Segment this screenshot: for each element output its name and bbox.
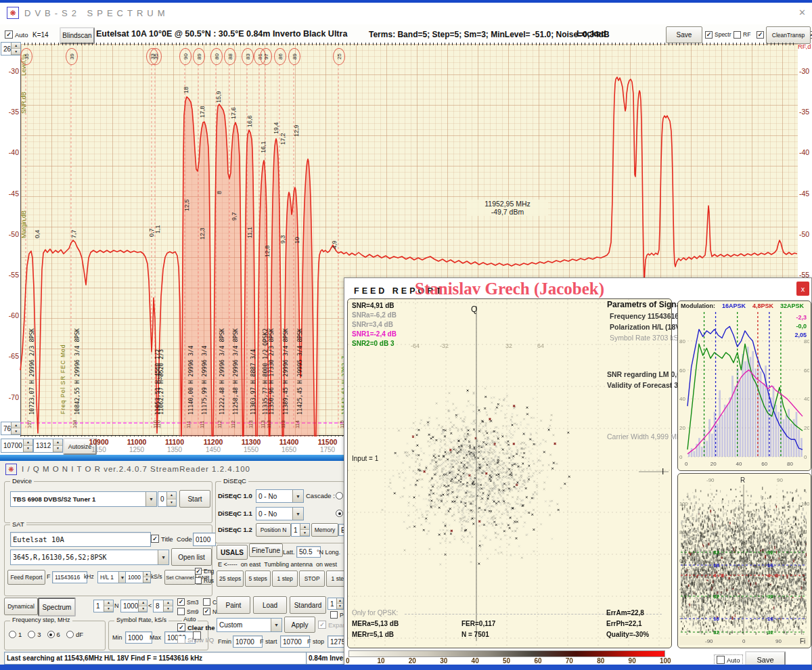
toolbar-check-rf[interactable]: RF: [734, 26, 757, 43]
save-button[interactable]: Save: [666, 26, 702, 43]
auto-sr-label: Auto: [182, 616, 198, 623]
usals-button[interactable]: USALS: [217, 545, 248, 560]
apply-button[interactable]: Apply: [284, 617, 315, 633]
rus-checkbox[interactable]: Rus: [195, 577, 214, 584]
feed-auto-checkbox[interactable]: Auto: [714, 654, 743, 665]
modulation-legend-label: Modulation:: [681, 303, 715, 309]
feed-close-button[interactable]: x: [796, 282, 809, 296]
freqstep-radio-6[interactable]: 6: [47, 631, 60, 638]
channel-combo[interactable]: 3645,R,16130,56,S2;8PSK▼: [10, 550, 169, 565]
checkbox-box: [734, 31, 741, 39]
radio-circle: [66, 631, 74, 638]
svg-text:40: 40: [679, 396, 685, 402]
stat-line: ErrAm=22,8: [606, 608, 649, 619]
step-button-25steps[interactable]: 25 steps: [217, 571, 244, 587]
iq-title: I / Q M O N I T O R ver.2.4.0.7 StreamRe…: [22, 465, 250, 473]
radio-circle: [28, 631, 35, 638]
svg-text:80: 80: [787, 461, 793, 467]
close-icon[interactable]: ✕: [798, 7, 806, 18]
step-button-1step[interactable]: 1 step: [272, 571, 298, 587]
freq-minor-label: 1150: [85, 446, 112, 453]
svg-text:40: 40: [679, 586, 685, 592]
code-input[interactable]: 0100: [193, 533, 216, 546]
load-button[interactable]: Load: [253, 596, 287, 614]
start-button[interactable]: Start: [179, 490, 210, 508]
radio-circle: [9, 631, 16, 638]
paint-button[interactable]: Paint: [217, 596, 250, 614]
n2-spinner[interactable]: 1000▲▼: [120, 600, 148, 612]
diseqc10-combo[interactable]: 0 - No▼: [256, 489, 304, 503]
window-divider: [0, 455, 345, 461]
svg-text:32: 32: [713, 550, 719, 556]
svg-text:R: R: [740, 476, 745, 484]
fstart-input[interactable]: 10700: [280, 635, 310, 648]
freqstep-radio-1[interactable]: 1: [9, 631, 22, 638]
toolbar-check-spectr[interactable]: ✓Spectr: [705, 26, 734, 43]
position-spinner[interactable]: 1▲▼: [291, 523, 310, 537]
diseqc11-combo[interactable]: 0 - No▼: [256, 507, 304, 520]
position-button[interactable]: Position N: [256, 523, 291, 537]
eng-checkbox[interactable]: ✓Eng: [195, 568, 214, 575]
n1-spinner[interactable]: 1▲▼: [93, 600, 114, 612]
freq-minor-label: 1350: [161, 446, 188, 453]
sat-name-input[interactable]: Eutelsat 10A: [10, 532, 151, 547]
freq-major-label: 11500: [314, 438, 341, 446]
memory-button[interactable]: Memory: [311, 523, 338, 537]
tuning-info: Eutelsat 10A 10°0E @ 50.5°N : 30.5°E 0.8…: [96, 29, 347, 39]
hl-combo[interactable]: H/L 1▼: [97, 571, 127, 583]
setchannel-button[interactable]: Set Channel: [164, 570, 196, 585]
mer-stats: MERa=5,13 dBMERr=5,1 dB: [352, 619, 399, 640]
symbolrate-spinner[interactable]: 1000▲▼: [125, 571, 151, 583]
snr-reading: SNRr=3,4 dB: [352, 320, 397, 330]
qpsk-note: Only for QPSK:: [352, 609, 398, 617]
standard-button[interactable]: Standard: [290, 596, 326, 614]
n3-spinner[interactable]: 8▲▼: [153, 600, 173, 612]
khz-label: kHz: [84, 573, 94, 580]
blindscan-button[interactable]: Blindscan: [60, 27, 95, 44]
error-stats: ErrAm=22,8ErrPh=22,1Quality=-30%: [606, 608, 649, 640]
i-axis-label: I: [662, 467, 664, 476]
device-combo[interactable]: TBS 6908 DVBS/S2 Tuner 1▼: [10, 491, 157, 507]
device-index-spinner[interactable]: 0▲▼: [158, 491, 177, 507]
showiq-checkbox[interactable]: Show I/Q: [177, 635, 214, 644]
freqstep-group-label: Frequency step, MHz: [10, 617, 72, 623]
scale-tick: 40: [472, 657, 479, 665]
openlist-button[interactable]: Open list: [171, 548, 212, 566]
freqstep-radio-3[interactable]: 3: [28, 631, 41, 638]
spectrum-button[interactable]: Spectrum: [38, 598, 76, 617]
svg-text:20: 20: [804, 425, 809, 431]
feedreport-button[interactable]: Feed Report: [7, 570, 45, 585]
diseqc12-label: DiSEqC 1.2: [218, 526, 252, 533]
paint-n-spinner[interactable]: 1▲▼: [328, 598, 344, 610]
cleantransp-button[interactable]: CleanTransp: [766, 26, 811, 44]
min-input[interactable]: 1000: [125, 631, 152, 644]
scale-tick: 10: [377, 657, 384, 665]
frequency-input[interactable]: 11543616: [52, 571, 87, 583]
sm3-checkbox[interactable]: ✓Sm3: [177, 598, 198, 606]
app-icon: ❋: [7, 7, 19, 19]
step-button-STOP[interactable]: STOP: [299, 571, 325, 587]
svg-text:100: 100: [679, 501, 688, 507]
scale-tick: 100: [660, 657, 671, 665]
fmin-input[interactable]: 10700: [233, 635, 263, 648]
rf-axis-label: RF,dBm: [798, 43, 811, 50]
svg-text:32: 32: [767, 550, 773, 556]
scale-tick: 20: [409, 657, 416, 665]
stat-line: Quality=-30%: [606, 629, 649, 640]
snr-reading: SNR1=-2,4 dB: [352, 330, 397, 339]
freqstep-radio-dF[interactable]: dF: [66, 631, 83, 638]
svg-text:32: 32: [767, 629, 773, 635]
dynamical-button[interactable]: Dynamical: [4, 598, 38, 615]
step-button-5steps[interactable]: 5 steps: [245, 571, 271, 587]
freq-major-label: 11000: [123, 438, 150, 446]
device-group-label: Device: [10, 477, 34, 485]
custom-combo[interactable]: Custom▼: [217, 618, 282, 632]
auto-checkbox[interactable]: ✓Auto: [5, 30, 28, 39]
finetune-button[interactable]: FineTune: [249, 543, 283, 557]
sm9-checkbox[interactable]: Sm9: [177, 608, 198, 615]
title-checkbox[interactable]: ✓Title: [151, 535, 173, 543]
axis-value: 32: [505, 342, 512, 349]
step-button-1step[interactable]: 1 step: [326, 571, 345, 587]
checkbox-label: Spectr: [715, 31, 731, 38]
radio-label: 6: [57, 631, 60, 638]
